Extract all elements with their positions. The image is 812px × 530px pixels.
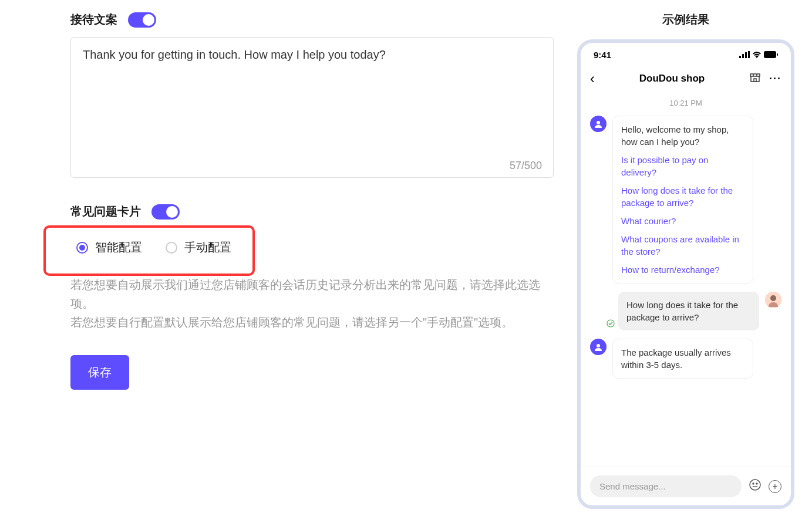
radio-unselected-icon (166, 242, 177, 254)
status-time: 9:41 (594, 50, 611, 60)
radio-smart-config[interactable]: 智能配置 (76, 239, 142, 255)
status-icons (739, 50, 778, 60)
greeting-textarea[interactable] (70, 37, 554, 178)
back-icon[interactable]: ‹ (590, 70, 595, 87)
bot-avatar (590, 339, 607, 355)
radio-manual-config[interactable]: 手动配置 (166, 239, 231, 255)
sent-check-icon (607, 319, 615, 329)
preview-title: 示例结果 (577, 12, 794, 28)
svg-point-6 (597, 121, 600, 124)
faq-link-3[interactable]: What coupons are available in the store? (621, 233, 744, 258)
svg-point-11 (750, 480, 760, 490)
welcome-message: Hello, welcome to my shop, how can I hel… (621, 123, 744, 148)
svg-point-10 (597, 344, 600, 347)
signal-icon (739, 50, 750, 60)
faq-section-title: 常见问题卡片 (70, 204, 141, 220)
svg-rect-2 (745, 52, 747, 58)
svg-rect-5 (777, 53, 778, 56)
svg-rect-0 (739, 56, 741, 58)
radio-selected-icon (76, 242, 88, 254)
config-description: 若您想要自动展示我们通过您店铺顾客的会话历史记录分析出来的常见问题，请选择此选选… (70, 275, 554, 332)
radio-smart-label: 智能配置 (95, 239, 142, 255)
faq-link-4[interactable]: How to return/exchange? (621, 264, 744, 276)
greeting-toggle[interactable] (128, 12, 156, 28)
svg-rect-4 (764, 51, 776, 58)
chat-timestamp: 10:21 PM (590, 99, 781, 107)
shop-icon[interactable] (749, 72, 761, 86)
wifi-icon (752, 50, 762, 60)
svg-point-13 (756, 483, 757, 484)
greeting-section-title: 接待文案 (70, 12, 117, 28)
emoji-icon[interactable] (749, 478, 762, 494)
shop-name: DouDou shop (602, 73, 742, 85)
svg-point-12 (753, 483, 754, 484)
message-input[interactable]: Send message... (590, 475, 742, 497)
more-icon[interactable]: ··· (769, 73, 781, 85)
user-avatar (765, 292, 781, 308)
add-icon[interactable]: + (769, 480, 781, 493)
faq-link-1[interactable]: How long does it take for the package to… (621, 184, 744, 209)
char-counter: 57/500 (510, 160, 542, 172)
battery-icon (764, 50, 778, 60)
svg-point-9 (770, 295, 776, 301)
faq-link-2[interactable]: What courier? (621, 215, 744, 227)
bot-answer: The package usually arrives within 3-5 d… (621, 346, 744, 371)
user-question: How long does it take for the package to… (626, 299, 751, 323)
faq-link-0[interactable]: Is it possible to pay on delivery? (621, 154, 744, 178)
svg-rect-1 (742, 54, 744, 58)
phone-preview: 9:41 ‹ DouDou shop (577, 39, 794, 509)
save-button[interactable]: 保存 (70, 355, 129, 390)
svg-rect-3 (748, 51, 750, 58)
faq-toggle[interactable] (151, 204, 180, 220)
radio-manual-label: 手动配置 (184, 239, 231, 255)
bot-avatar (590, 116, 607, 132)
